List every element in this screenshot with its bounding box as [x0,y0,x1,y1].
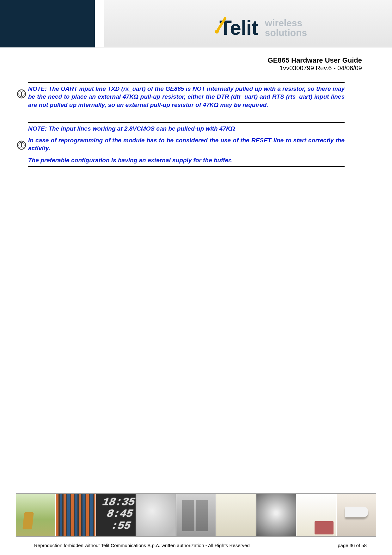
brand-tagline-line1: wireless [265,18,302,28]
header-underline [95,47,392,47]
footer-thumb-2 [56,494,96,536]
note-paragraph: The preferable configuration is having a… [28,156,345,164]
note-paragraph: NOTE: The UART input line TXD (rx_uart) … [28,85,345,109]
header-banner: Telit wireless solutions [0,0,392,47]
header-gap [95,0,104,47]
note-paragraph: In case of reprogramming of the module h… [28,136,345,152]
note-text-1: NOTE: The UART input line TXD (rx_uart) … [28,82,345,111]
lcd-line: 18:35 [101,496,136,508]
note-block-2: NOTE: The input lines working at 2.8VCMO… [17,122,345,167]
footer-text-row: Reproduction forbidden without Telit Com… [16,543,376,548]
footer-thumb-7 [256,494,297,536]
document-meta: GE865 Hardware User Guide 1vv0300799 Rev… [268,56,362,72]
footer-thumb-9 [337,494,376,536]
document-revision: 1vv0300799 Rev.6 - 04/06/09 [268,65,362,72]
note-paragraph: NOTE: The input lines working at 2.8VCMO… [28,125,345,133]
footer-thumb-8 [297,494,337,536]
document-title: GE865 Hardware User Guide [268,56,362,65]
content-area: NOTE: The UART input line TXD (rx_uart) … [17,82,345,177]
page: Telit wireless solutions GE865 Hardware … [0,0,392,555]
info-icon [17,140,27,150]
brand-tagline: wireless solutions [265,18,307,38]
footer-thumb-4 [136,494,176,536]
footer-thumb-5 [176,494,217,536]
note-text-2: NOTE: The input lines working at 2.8VCMO… [28,122,345,167]
svg-point-0 [215,30,219,34]
brand-tagline-line2: solutions [265,28,307,38]
lcd-line: 8:45 [106,508,134,520]
footer-thumb-6 [216,494,256,536]
footer-thumb-3: 18:35 8:45 :55 [96,494,136,536]
note-block-1: NOTE: The UART input line TXD (rx_uart) … [17,82,345,111]
footer-page-number: page 36 of 58 [338,543,376,548]
footer-copyright: Reproduction forbidden without Telit Com… [16,543,250,548]
svg-rect-6 [21,143,22,147]
lcd-line: :55 [110,520,132,532]
lcd-clock-icon: 18:35 8:45 :55 [97,496,136,532]
header-accent-block [0,0,95,47]
svg-rect-3 [21,92,22,96]
logo-spark-icon [215,25,220,30]
footer-image-strip: 18:35 8:45 :55 [16,493,376,537]
info-icon [17,89,27,99]
brand-logo: Telit wireless solutions [215,12,383,44]
footer-thumb-1 [16,494,56,536]
